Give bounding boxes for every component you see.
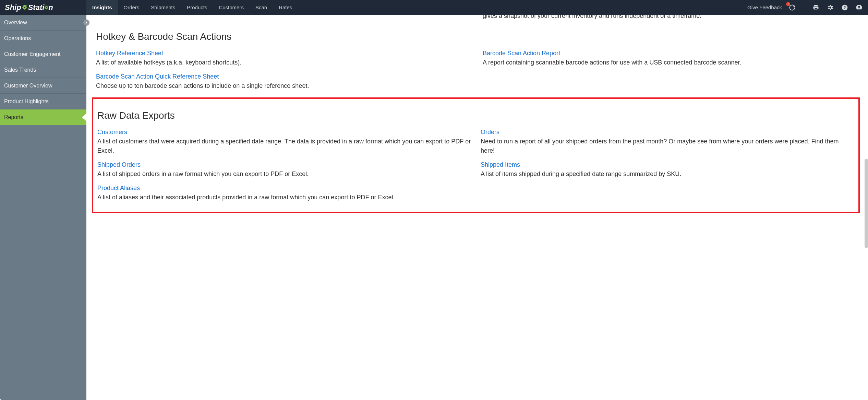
sidebar-item-product-highlights[interactable]: Product Highlights bbox=[0, 94, 86, 109]
svg-rect-8 bbox=[26, 7, 27, 8]
sidebar-item-sales-trends[interactable]: Sales Trends bbox=[0, 62, 86, 78]
report-item: Product AliasesA list of aliases and the… bbox=[97, 184, 471, 202]
brand-pre: Ship bbox=[5, 3, 21, 12]
report-desc: A list of shipped orders in a raw format… bbox=[97, 169, 471, 179]
svg-rect-15 bbox=[46, 5, 47, 6]
report-item: gives a snapshot of your current invento… bbox=[483, 15, 860, 21]
svg-rect-16 bbox=[46, 9, 47, 9]
section-raw-data-exports: Raw Data ExportsCustomersA list of custo… bbox=[92, 97, 860, 213]
report-item: Shipped ItemsA list of items shipped dur… bbox=[481, 160, 854, 179]
nav-tab-label: Customers bbox=[219, 4, 244, 10]
nav-tab-label: Insights bbox=[92, 4, 112, 10]
report-desc: A list of items shipped during a specifi… bbox=[481, 169, 854, 179]
report-item: CustomersA list of customers that were a… bbox=[97, 128, 471, 155]
svg-rect-5 bbox=[24, 5, 25, 6]
report-link[interactable]: Hotkey Reference Sheet bbox=[96, 50, 163, 57]
report-link[interactable]: Customers bbox=[97, 129, 127, 136]
section-title: Hotkey & Barcode Scan Actions bbox=[96, 30, 860, 44]
nav-tab-label: Scan bbox=[255, 4, 267, 10]
report-desc: Choose up to ten barcode scan actions to… bbox=[96, 81, 473, 91]
nav-tab-label: Orders bbox=[124, 4, 140, 10]
report-desc: A report containing scannable barcode ac… bbox=[483, 58, 860, 67]
brand-logo[interactable]: Ship Stati n bbox=[0, 0, 86, 15]
sidebar-item-overview[interactable]: Overview bbox=[0, 15, 86, 31]
account-button[interactable] bbox=[855, 3, 863, 12]
brand-tail: n bbox=[48, 3, 53, 12]
report-desc: A list of aliases and their associated p… bbox=[97, 193, 471, 202]
svg-rect-6 bbox=[24, 9, 25, 10]
gear-icon bbox=[22, 4, 28, 11]
alert-badge: ! bbox=[786, 2, 790, 6]
svg-point-26 bbox=[858, 6, 860, 8]
report-item: Shipped OrdersA list of shipped orders i… bbox=[97, 160, 471, 179]
help-button[interactable]: ? bbox=[841, 3, 849, 12]
report-desc: A list of available hotkeys (a.k.a. keyb… bbox=[96, 58, 473, 67]
sidebar-item-label: Reports bbox=[4, 114, 23, 120]
report-desc: Need to run a report of all your shipped… bbox=[481, 137, 854, 155]
sidebar-item-label: Customer Engagement bbox=[4, 51, 61, 57]
nav-tab-label: Shipments bbox=[151, 4, 175, 10]
report-item: Hotkey Reference SheetA list of availabl… bbox=[96, 49, 473, 67]
top-nav: Ship Stati n InsightsOrdersShipmentsProd… bbox=[0, 0, 868, 15]
svg-point-4 bbox=[24, 7, 25, 8]
report-link[interactable]: Barcode Scan Action Report bbox=[483, 50, 560, 57]
give-feedback-button[interactable]: Give Feedback bbox=[747, 4, 782, 10]
print-button[interactable] bbox=[812, 3, 820, 12]
nav-tab-scan[interactable]: Scan bbox=[250, 0, 273, 15]
report-link[interactable]: Shipped Items bbox=[481, 161, 520, 168]
sidebar-item-label: Sales Trends bbox=[4, 67, 36, 73]
nav-tab-rates[interactable]: Rates bbox=[273, 0, 298, 15]
nav-tab-products[interactable]: Products bbox=[181, 0, 213, 15]
nav-tab-insights[interactable]: Insights bbox=[86, 0, 118, 15]
sidebar-item-customer-engagement[interactable]: Customer Engagement bbox=[0, 46, 86, 62]
refresh-button[interactable]: ! bbox=[788, 3, 796, 12]
nav-right: Give Feedback ! ? bbox=[747, 0, 868, 15]
sidebar-item-reports[interactable]: Reports bbox=[0, 109, 86, 125]
report-link[interactable]: Product Aliases bbox=[97, 185, 140, 191]
report-link[interactable]: Shipped Orders bbox=[97, 161, 141, 168]
report-item: Barcode Scan Action Quick Reference Shee… bbox=[96, 72, 473, 91]
sidebar-item-label: Operations bbox=[4, 35, 31, 42]
nav-tab-label: Products bbox=[187, 4, 207, 10]
sidebar-item-operations[interactable]: Operations bbox=[0, 31, 86, 46]
svg-rect-21 bbox=[47, 6, 48, 7]
sidebar-item-label: Overview bbox=[4, 20, 27, 26]
sidebar-item-label: Product Highlights bbox=[4, 98, 49, 105]
sidebar-item-label: Customer Overview bbox=[4, 83, 52, 89]
brand-post: Stati bbox=[28, 3, 45, 12]
svg-rect-17 bbox=[45, 7, 45, 8]
report-desc: gives a snapshot of your current invento… bbox=[483, 15, 860, 21]
scrollbar-thumb[interactable] bbox=[865, 159, 868, 248]
report-link[interactable]: Barcode Scan Action Quick Reference Shee… bbox=[96, 73, 219, 80]
report-link[interactable]: Orders bbox=[481, 129, 499, 136]
section-title: Raw Data Exports bbox=[97, 108, 854, 123]
gear-icon-o bbox=[44, 5, 49, 10]
svg-text:?: ? bbox=[843, 5, 846, 10]
nav-tab-orders[interactable]: Orders bbox=[118, 0, 145, 15]
divider bbox=[804, 4, 804, 11]
svg-rect-7 bbox=[22, 7, 23, 8]
report-desc: A list of customers that were acquired d… bbox=[97, 137, 471, 155]
report-item: OrdersNeed to run a report of all your s… bbox=[481, 128, 854, 155]
sidebar: OverviewOperationsCustomer EngagementSal… bbox=[0, 15, 86, 400]
svg-point-14 bbox=[46, 7, 47, 8]
sidebar-item-customer-overview[interactable]: Customer Overview bbox=[0, 78, 86, 94]
settings-button[interactable] bbox=[826, 3, 834, 12]
section-hotkey-barcode-scan-actions: Hotkey & Barcode Scan ActionsHotkey Refe… bbox=[96, 30, 860, 95]
report-item: Barcode Scan Action ReportA report conta… bbox=[483, 49, 860, 67]
svg-rect-19 bbox=[45, 6, 46, 7]
main-content: gives a snapshot of your current invento… bbox=[86, 15, 868, 400]
nav-tab-label: Rates bbox=[279, 4, 292, 10]
nav-tab-shipments[interactable]: Shipments bbox=[145, 0, 181, 15]
nav-tab-customers[interactable]: Customers bbox=[213, 0, 250, 15]
nav-tabs: InsightsOrdersShipmentsProductsCustomers… bbox=[86, 0, 298, 15]
